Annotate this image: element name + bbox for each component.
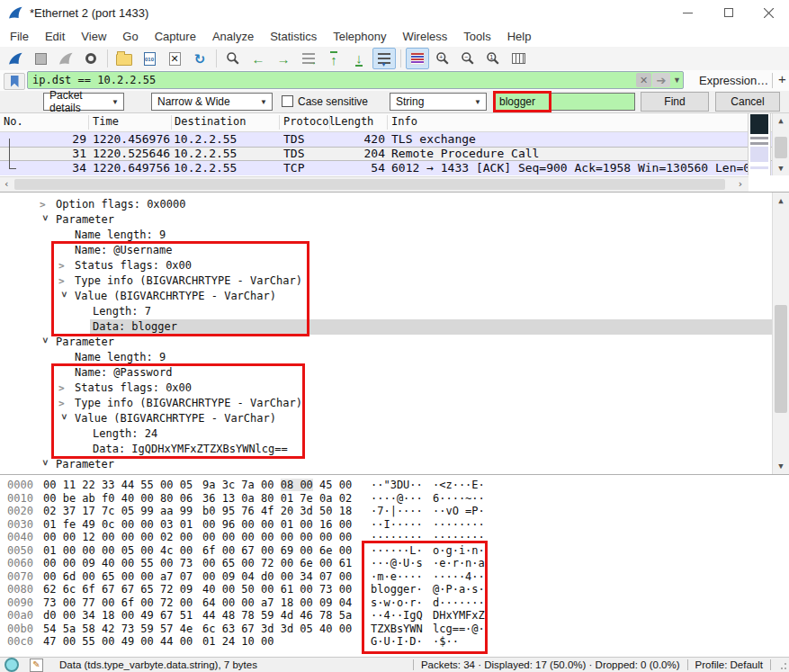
hex-row-0030[interactable]: 003001 fe 49 0c 00 00 03 0100 96 00 00 0… <box>0 518 789 532</box>
menu-item-edit[interactable]: Edit <box>37 30 73 43</box>
go-bottom-icon[interactable]: ↓ <box>347 48 371 69</box>
detail-row[interactable]: Name length: 9 <box>0 228 789 243</box>
capture-comment-icon[interactable]: ✎ <box>30 659 43 672</box>
hex-row-0040[interactable]: 004000 00 12 00 00 00 02 0000 00 00 00 0… <box>0 531 789 544</box>
detail-row[interactable]: >Type info (BIGVARCHRTYPE - VarChar) <box>0 273 789 289</box>
detail-row[interactable]: >Option flags: 0x0000 <box>0 197 789 212</box>
detail-row[interactable]: >Value (BIGVARCHRTYPE - VarChar) <box>0 289 789 304</box>
chevron-expanded-icon[interactable]: > <box>57 414 72 430</box>
detail-row[interactable]: Data: blogger <box>0 319 789 335</box>
menu-item-tools[interactable]: Tools <box>455 30 498 43</box>
reload-icon[interactable]: ↻ <box>188 48 211 69</box>
column-header-no[interactable]: No. <box>4 115 23 128</box>
hex-row-00a0[interactable]: 00a0d0 00 34 18 00 49 67 5144 48 78 59 4… <box>0 609 789 623</box>
detail-row[interactable]: Length: 24 <box>0 426 789 442</box>
vscroll-thumb[interactable] <box>775 137 787 158</box>
chevron-expanded-icon[interactable]: > <box>38 337 53 354</box>
hex-row-00c0[interactable]: 00c047 00 55 00 49 00 44 0001 24 10 00G·… <box>0 635 789 649</box>
column-header-destination[interactable]: Destination <box>175 115 246 128</box>
detail-row[interactable]: >Parameter <box>0 212 789 228</box>
chevron-collapsed-icon[interactable]: > <box>40 197 56 212</box>
find-width-dropdown[interactable]: Narrow & Wide ▼ <box>151 93 273 111</box>
find-input[interactable]: blogger <box>494 93 635 111</box>
scroll-right-icon[interactable]: › <box>737 178 743 190</box>
filter-add-button[interactable]: + <box>778 71 786 86</box>
chevron-expanded-icon[interactable]: > <box>38 460 53 474</box>
auto-scroll-icon[interactable] <box>372 48 396 69</box>
menu-item-help[interactable]: Help <box>499 30 540 43</box>
close-button-icon[interactable] <box>749 0 789 25</box>
filter-bookmark-button[interactable] <box>4 73 25 90</box>
chevron-collapsed-icon[interactable]: > <box>58 273 75 289</box>
go-forward-icon[interactable]: → <box>272 48 295 69</box>
detail-row[interactable]: >Type info (BIGVARCHRTYPE - VarChar) <box>0 396 789 411</box>
menu-item-capture[interactable]: Capture <box>147 30 204 43</box>
go-top-icon[interactable]: ↑ <box>322 48 345 69</box>
resize-grip[interactable] <box>778 659 787 670</box>
case-sensitive-checkbox[interactable] <box>282 95 293 107</box>
zoom-original-icon[interactable]: 1 <box>481 48 505 69</box>
column-header-info[interactable]: Info <box>391 115 417 128</box>
menu-item-telephony[interactable]: Telephony <box>325 30 394 43</box>
chevron-collapsed-icon[interactable]: > <box>58 396 75 411</box>
column-header-protocol[interactable]: Protocol <box>283 115 336 128</box>
go-to-packet-icon[interactable]: → <box>297 48 320 69</box>
go-back-icon[interactable]: ← <box>247 48 270 69</box>
detail-row[interactable]: >Status flags: 0x00 <box>0 258 789 273</box>
expression-button[interactable]: Expression… <box>699 74 768 87</box>
hscroll-thumb[interactable] <box>14 179 725 190</box>
hex-row-0080[interactable]: 008062 6c 6f 67 67 65 72 0940 00 50 00 6… <box>0 583 789 596</box>
chevron-collapsed-icon[interactable]: > <box>58 381 75 396</box>
detail-row[interactable]: >Value (BIGVARCHRTYPE - VarChar) <box>0 411 789 426</box>
column-header-time[interactable]: Time <box>93 115 119 128</box>
packet-row-31[interactable]: 311220.52564610.2.2.55TDS204Remote Proce… <box>0 147 789 161</box>
minimize-button-icon[interactable] <box>668 0 708 25</box>
maximize-button-icon[interactable] <box>708 0 749 25</box>
menu-item-view[interactable]: View <box>73 30 114 43</box>
display-filter-input[interactable]: ip.dst == 10.2.2.55 ✕ ➔ ▼ <box>27 71 684 89</box>
capture-options-icon[interactable] <box>79 48 103 69</box>
zoom-in-icon[interactable]: + <box>431 48 454 69</box>
scroll-left-icon[interactable]: ‹ <box>4 178 10 190</box>
menu-item-go[interactable]: Go <box>114 30 146 43</box>
hex-row-00b0[interactable]: 00b054 5a 58 42 73 59 57 4e6c 63 67 3d 3… <box>0 623 789 636</box>
save-file-icon[interactable]: 010 <box>138 48 161 69</box>
detail-row[interactable]: >Status flags: 0x00 <box>0 381 789 396</box>
menu-item-file[interactable]: File <box>2 30 37 43</box>
filter-apply-icon[interactable]: ➔ <box>652 73 670 87</box>
cancel-button[interactable]: Cancel <box>715 92 780 112</box>
menu-item-statistics[interactable]: Statistics <box>262 30 325 43</box>
detail-row[interactable]: Name length: 9 <box>0 350 789 365</box>
detail-row[interactable]: Name: @Username <box>0 243 789 258</box>
stop-capture-icon[interactable] <box>29 48 52 69</box>
find-packet-icon[interactable] <box>221 48 245 69</box>
packet-row-34[interactable]: 341220.64975610.2.2.55TCP546012 → 1433 [… <box>0 161 789 175</box>
hex-row-0010[interactable]: 001000 be ab f0 40 00 80 0636 13 0a 80 0… <box>0 492 789 506</box>
column-header-length[interactable]: Length <box>335 115 373 128</box>
detail-row[interactable]: Name: @Password <box>0 365 789 381</box>
details-vscrollbar[interactable]: ▲ ▼ <box>772 193 789 474</box>
filter-clear-icon[interactable]: ✕ <box>636 73 651 87</box>
hex-row-0020[interactable]: 002002 37 17 7c 05 99 aa 99b0 95 76 4f 2… <box>0 505 789 518</box>
scroll-up-icon[interactable]: ▲ <box>773 116 789 125</box>
resize-columns-icon[interactable] <box>507 48 530 69</box>
profile-text[interactable]: Profile: Default <box>695 659 763 670</box>
menu-item-analyze[interactable]: Analyze <box>204 30 262 43</box>
chevron-collapsed-icon[interactable]: > <box>58 258 75 273</box>
packet-row-29[interactable]: 291220.45697610.2.2.55TDS420TLS exchange <box>0 132 789 147</box>
hex-row-0050[interactable]: 005001 00 00 00 05 00 4c 006f 00 67 00 6… <box>0 544 789 558</box>
zoom-out-icon[interactable]: − <box>456 48 480 69</box>
start-capture-icon[interactable] <box>4 48 27 69</box>
detail-row[interactable]: Length: 7 <box>0 304 789 319</box>
find-scope-dropdown[interactable]: Packet details ▼ <box>43 93 124 111</box>
chevron-expanded-icon[interactable]: > <box>38 215 53 231</box>
scroll-down-icon[interactable]: ▼ <box>773 164 789 173</box>
detail-row[interactable]: >Parameter <box>0 457 789 472</box>
detail-row[interactable]: Data: IgQDHxYMFxZTZXBsYWNlcg== <box>0 442 789 457</box>
packet-list-hscrollbar[interactable]: ‹ › <box>0 176 749 192</box>
colorize-icon[interactable] <box>406 48 429 69</box>
open-file-icon[interactable] <box>112 48 136 69</box>
hex-row-0070[interactable]: 007000 6d 00 65 00 00 a7 0700 09 04 d0 0… <box>0 570 789 584</box>
hex-row-0060[interactable]: 006000 00 09 40 00 55 00 7300 65 00 72 0… <box>0 557 789 570</box>
intelligent-scrollbar-minimap[interactable] <box>748 113 771 175</box>
